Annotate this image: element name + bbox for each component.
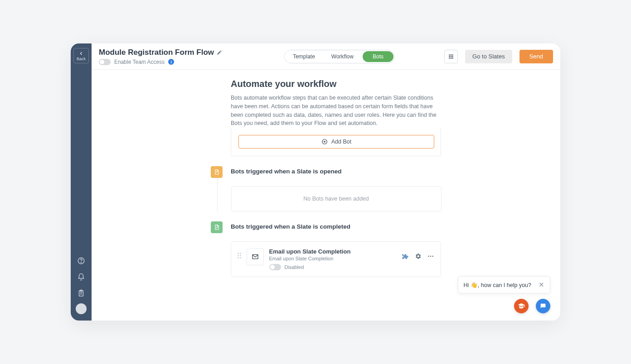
chat-icon — [539, 302, 547, 310]
add-bot-button[interactable]: Add Bot — [238, 135, 434, 148]
mail-icon — [247, 248, 264, 265]
close-icon[interactable]: ✕ — [536, 281, 544, 289]
gear-icon[interactable] — [414, 253, 422, 260]
puzzle-icon[interactable] — [402, 253, 409, 260]
sidebar: Back — [71, 43, 92, 321]
svg-rect-8 — [452, 54, 453, 55]
doc-open-icon — [211, 166, 223, 178]
send-button[interactable]: Send — [519, 50, 553, 63]
svg-point-1 — [81, 262, 81, 263]
go-to-slates-button[interactable]: Go to Slates — [465, 50, 512, 63]
bot-enable-toggle[interactable] — [269, 264, 281, 270]
chat-greeting-bubble[interactable]: Hi 👋, how can I help you? ✕ — [458, 276, 550, 293]
view-tabs: Template Workflow Bots — [284, 50, 395, 63]
svg-point-21 — [432, 256, 433, 257]
chat-greeting-text: Hi 👋, how can I help you? — [464, 282, 531, 288]
svg-rect-9 — [449, 56, 450, 57]
back-button[interactable]: Back — [73, 48, 89, 63]
bot-title: Email upon Slate Completion — [269, 248, 396, 255]
empty-bots-box: No Bots have been added — [231, 186, 442, 211]
tab-workflow[interactable]: Workflow — [323, 50, 362, 63]
doc-complete-icon — [211, 221, 223, 233]
chevron-left-icon — [78, 51, 84, 56]
chat-fab[interactable] — [536, 299, 550, 313]
more-icon[interactable] — [427, 253, 434, 260]
svg-rect-7 — [451, 54, 451, 55]
svg-point-19 — [428, 256, 429, 257]
section-completed-title: Bots triggered when a Slate is completed — [231, 221, 441, 230]
topbar: Module Registration Form Flow Enable Tea… — [92, 43, 560, 70]
team-access-toggle[interactable] — [99, 59, 111, 65]
svg-rect-12 — [449, 57, 450, 58]
edit-icon[interactable] — [217, 50, 222, 55]
tab-template[interactable]: Template — [285, 50, 323, 63]
intro-body: Bots automate workflow steps that can be… — [231, 94, 441, 128]
svg-rect-6 — [449, 54, 450, 55]
drag-handle[interactable] — [238, 248, 241, 259]
apps-grid-button[interactable] — [444, 50, 458, 63]
page-title: Module Registration Form Flow — [99, 48, 214, 57]
tab-bots[interactable]: Bots — [363, 51, 393, 62]
grid-icon — [448, 53, 454, 60]
svg-rect-10 — [451, 56, 451, 57]
info-icon[interactable]: i — [168, 59, 174, 65]
bot-card: Email upon Slate Completion Email upon S… — [231, 241, 441, 277]
section-opened-title: Bots triggered when a Slate is opened — [231, 166, 441, 175]
academy-fab[interactable] — [514, 299, 529, 313]
svg-rect-11 — [452, 56, 453, 57]
clipboard-icon[interactable] — [75, 287, 87, 300]
plus-circle-icon — [321, 139, 328, 145]
bell-icon[interactable] — [75, 271, 87, 283]
bot-status: Disabled — [285, 264, 304, 270]
svg-rect-14 — [452, 57, 453, 58]
back-label: Back — [77, 57, 86, 61]
intro-heading: Automate your workflow — [231, 79, 441, 89]
avatar[interactable] — [76, 303, 87, 314]
graduation-cap-icon — [518, 302, 525, 310]
bot-subtitle: Email upon Slate Completion — [269, 256, 396, 261]
svg-point-20 — [430, 256, 431, 257]
team-access-label: Enable Team Access — [114, 59, 165, 65]
help-icon[interactable] — [75, 254, 87, 267]
svg-rect-13 — [451, 57, 451, 58]
app-window: Back Module Registration Form Flow Enabl… — [71, 43, 560, 321]
add-bot-label: Add Bot — [331, 139, 351, 145]
